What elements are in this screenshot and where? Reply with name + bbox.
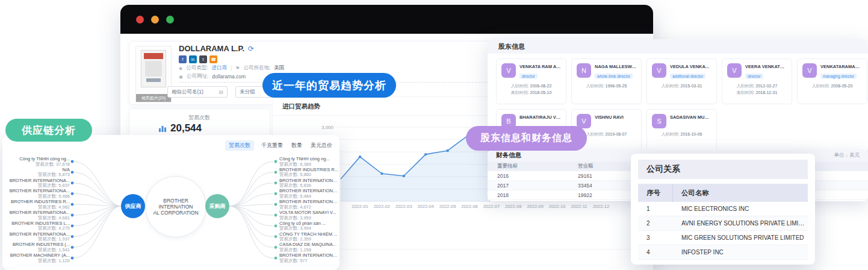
location-icon: ⚑ xyxy=(235,66,240,71)
shareholder-identity: VEDULA VENKATA RAM...additional director xyxy=(670,63,711,80)
company-website-value[interactable]: dollarama.com xyxy=(212,74,246,80)
relation-row[interactable]: 2AVNI ENERGY SOLUTIONS PRIVATE LIMITED xyxy=(638,216,808,231)
svg-text:2022-06: 2022-06 xyxy=(461,204,478,209)
traffic-light-close[interactable] xyxy=(136,16,144,24)
linkedin-icon[interactable]: in xyxy=(189,55,197,63)
shareholder-identity: NAGA MALLESWARA R...whole-time director xyxy=(595,63,636,80)
relation-company-name: MIC GREEN SOLUTIONS PRIVATE LIMITED xyxy=(673,234,808,241)
svg-text:2022-04: 2022-04 xyxy=(417,204,434,209)
shareholder-card[interactable]: VVENKATA RAM ATLURIdirector入职时间: 2006-08… xyxy=(496,58,566,104)
buyer-item: CÔNG TY TRÁCH NHIỆM ...贸易次数: 2,359 xyxy=(279,232,339,242)
supplier-trade-count: 贸易次数: 4,962 xyxy=(4,205,70,210)
svg-text:2022-02: 2022-02 xyxy=(374,204,391,209)
shareholder-name: VEERA VENKATA SATYA... xyxy=(745,64,787,69)
shareholder-identity: VENKATA RAM ATLURIdirector xyxy=(519,63,561,80)
buyer-item: BROTHER INDUSTRIES R...贸易次数: 5,860 xyxy=(279,168,339,178)
buyer-item: Công ty TNHH công ng...贸易次数: 8,389 xyxy=(279,157,339,167)
shareholder-dates: 入职时间: 2008-05-20 xyxy=(802,83,862,90)
svg-text:3,000: 3,000 xyxy=(321,125,334,130)
join-date: 入职时间: 2008-05-20 xyxy=(802,83,862,90)
supplier-item: BROTHER MACHINERY (A...贸易次数: 1,120 xyxy=(4,253,70,263)
svg-text:2022-09: 2022-09 xyxy=(527,204,544,209)
center-company-node[interactable]: BROTHER INTERNATION AL CORPORATION xyxy=(145,176,206,237)
shareholder-identity: BHARATIRAJU VEGIRAJU xyxy=(519,114,561,120)
supplier-role-node[interactable]: 供应商 xyxy=(121,194,145,218)
shareholder-card[interactable]: VVENKATARAMANA MAG...managing director入职… xyxy=(797,58,867,104)
facebook-icon[interactable]: f xyxy=(179,55,187,63)
shareholder-identity: VEERA VENKATA SATYA...director xyxy=(745,63,787,80)
buyer-trade-count: 贸易次数: 3,959 xyxy=(279,216,339,221)
globe-icon: ◉ xyxy=(179,74,183,80)
avatar: S xyxy=(652,114,666,128)
related-images-caption[interactable]: 相关图片(20) xyxy=(136,94,171,102)
refresh-icon[interactable]: ⟳ xyxy=(248,45,254,53)
finance-year: 2018 xyxy=(488,192,578,198)
similar-company-input[interactable]: 相似公司名(1) ▤ xyxy=(167,86,228,98)
shareholder-identity: VISHNU RAVI xyxy=(595,114,624,120)
svg-text:2022-01: 2022-01 xyxy=(352,204,368,209)
shareholder-card[interactable]: VVEERA VENKATA SATYA...director入职时间: 201… xyxy=(722,58,792,104)
shareholder-dates: 入职时间: 1996-05-25 xyxy=(577,83,636,90)
phone-icon[interactable]: ☎ xyxy=(209,55,217,63)
shareholder-identity: SADASIVAN MURALIKR... xyxy=(670,114,711,120)
shareholder-dates: 入职时间: 2015-03-31 xyxy=(652,83,711,90)
buyer-role-node[interactable]: 采购商 xyxy=(205,194,229,218)
buyer-trade-count: 贸易次数: 5,860 xyxy=(279,172,339,178)
company-location-label: 公司所在地: xyxy=(243,64,270,72)
company-type-value[interactable]: 进口商 xyxy=(212,64,228,72)
leave-date: 离职时间: 2018-12-31 xyxy=(727,90,787,96)
finance-unit: 单位：美元 xyxy=(834,152,860,159)
supplier-item: BROTHER INTERNATIONA...贸易次数: 5,837 xyxy=(4,178,70,189)
buyer-trade-count: 贸易次数: 8,389 xyxy=(279,162,339,168)
shareholder-card-top: NNAGA MALLESWARA R...whole-time director xyxy=(577,63,636,80)
relations-title: 公司关系 xyxy=(638,160,808,179)
shareholder-card[interactable]: SSADASIVAN MURALIKR...入职时间: 2016-10-06 xyxy=(646,109,717,155)
relation-row[interactable]: 1MIC ELECTRONICS INC xyxy=(638,202,808,216)
shareholder-role-badge: managing director xyxy=(820,74,857,79)
shareholder-card[interactable]: VVEDULA VENKATA RAM...additional directo… xyxy=(646,58,717,104)
relation-row[interactable]: 3MIC GREEN SOLUTIONS PRIVATE LIMITED xyxy=(638,231,808,245)
shareholders-title: 股东信息 xyxy=(488,39,868,54)
finance-title: 财务信息 xyxy=(496,151,521,160)
relations-col-name: 公司名称 xyxy=(673,189,808,198)
relation-row[interactable]: 4INFOSTEP INC xyxy=(638,245,808,260)
svg-text:2022-11: 2022-11 xyxy=(571,204,587,209)
avatar: N xyxy=(577,63,591,78)
buyer-trade-count: 贸易次数: 2,359 xyxy=(279,237,339,242)
shareholder-role-badge: additional director xyxy=(670,74,705,79)
social-icon-row: fint☎ xyxy=(179,55,217,63)
avatar: V xyxy=(652,63,666,78)
supplier-trade-count: 贸易次数: 1,937 xyxy=(4,237,70,242)
supplier-item: BROTHER INDUSTRIES (...贸易次数: 1,541 xyxy=(4,242,70,253)
meta-separator: | xyxy=(231,65,232,71)
supplier-trade-count: 贸易次数: 4,681 xyxy=(4,216,70,221)
avatar: V xyxy=(727,63,742,78)
buyer-item: CASA DIAZ DE MAQUINA...贸易次数: 1,158 xyxy=(279,242,339,253)
shareholder-dates: 入职时间: 2006-08-22离职时间: 2018-05-10 xyxy=(501,83,561,96)
avatar: V xyxy=(501,63,516,78)
shareholder-name: VENKATARAMANA MAG... xyxy=(820,64,862,69)
buyer-trade-count: 贸易次数: 5,484 xyxy=(279,194,339,199)
shareholder-name: VEDULA VENKATA RAM... xyxy=(670,64,711,69)
finance-col-indicator: 重要指标 xyxy=(488,163,578,170)
buyer-item: Công ty cổ phần sản ...贸易次数: 3,994 xyxy=(279,221,339,231)
relation-index: 1 xyxy=(638,206,673,212)
traffic-light-minimize[interactable] xyxy=(151,16,159,24)
supply-chain-badge: 供应链分析 xyxy=(5,119,92,142)
traffic-light-maximize[interactable] xyxy=(166,16,174,24)
shareholder-name: BHARATIRAJU VEGIRAJU xyxy=(519,115,561,120)
shareholder-name: VISHNU RAVI xyxy=(595,115,624,120)
supplier-item: BROTHER INDUSTRIES L...贸易次数: 4,275 xyxy=(4,221,70,231)
shareholder-name: SADASIVAN MURALIKR... xyxy=(670,115,711,120)
trade-trend-badge: 近一年的贸易趋势分析 xyxy=(262,73,396,98)
company-website-row: ◉ 公司网址: dollarama.com xyxy=(179,73,246,80)
company-name: DOLLARAMA L.P.⟳ xyxy=(179,44,254,53)
twitter-icon[interactable]: t xyxy=(199,55,207,63)
supplier-item: N/A贸易次数: 5,873 xyxy=(4,168,70,178)
company-website-label: 公司网址: xyxy=(187,73,208,80)
shareholder-card[interactable]: NNAGA MALLESWARA R...whole-time director… xyxy=(571,58,642,104)
supplier-trade-count: 贸易次数: 1,120 xyxy=(4,259,70,264)
svg-text:2022-10: 2022-10 xyxy=(549,204,566,209)
company-location-value[interactable]: 美国 xyxy=(274,64,284,72)
shareholder-dates: 入职时间: 2016-10-06 xyxy=(652,131,711,138)
